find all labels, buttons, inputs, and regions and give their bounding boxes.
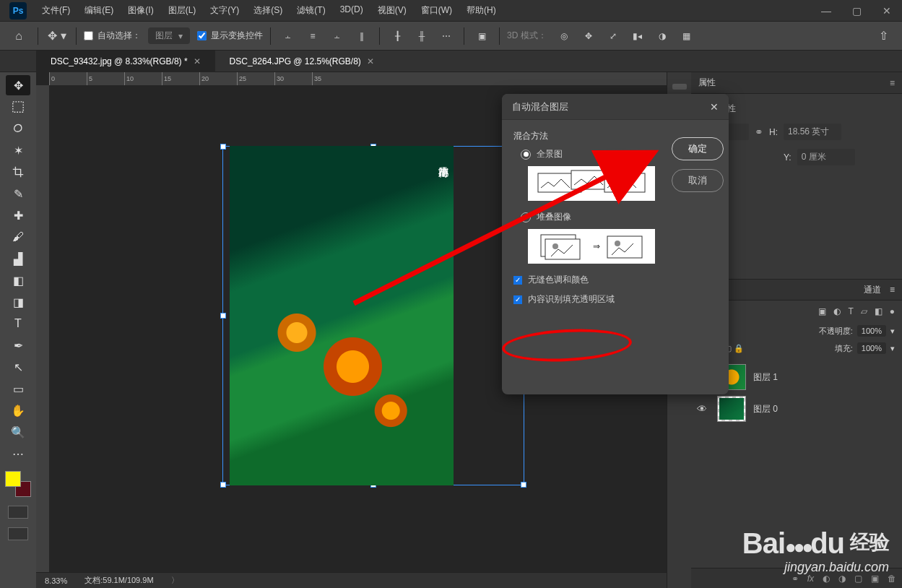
minimize-button[interactable]: — [811,1,841,21]
brush-tool[interactable]: 🖌 [6,227,30,247]
layer-name[interactable]: 图层 0 [753,403,778,415]
menu-window[interactable]: 窗口(W) [415,1,458,20]
screen-mode-toggle[interactable] [8,527,28,540]
dolly-icon[interactable]: ⤢ [603,27,623,46]
move-tool[interactable]: ✥ [6,75,30,95]
move-tool-preset-icon[interactable]: ✥ ▾ [45,25,69,48]
h-field[interactable]: 18.56 英寸 [784,124,841,140]
align-left-button[interactable]: ⫠ [278,27,298,46]
menu-help[interactable]: 帮助(H) [461,1,502,20]
handle-tl[interactable] [220,144,226,150]
menu-view[interactable]: 视图(V) [372,1,412,20]
distribute-more-icon[interactable]: ⋯ [436,27,456,46]
handle-bl[interactable] [220,482,226,488]
handle-ml[interactable] [220,313,226,319]
y-field[interactable]: 0 厘米 [797,149,855,165]
menu-image[interactable]: 图像(I) [122,1,159,20]
distribute-v-button[interactable]: ╫ [412,27,432,46]
align-top-button[interactable]: ‖ [352,27,372,46]
pen-tool[interactable]: ✒ [6,335,30,355]
gradient-tool[interactable]: ◨ [6,292,30,312]
share-icon[interactable]: ⇧ [872,25,895,48]
marquee-tool[interactable] [6,97,30,117]
close-button[interactable]: ✕ [872,1,902,21]
panel-menu-icon[interactable]: ≡ [890,78,895,88]
lasso-tool[interactable] [6,118,30,139]
properties-tab[interactable]: 属性 [698,77,716,89]
wm-brand1: Bai [742,527,785,559]
menu-file[interactable]: 文件(F) [36,1,76,20]
layer-row[interactable]: 👁 图层 0 [691,393,902,425]
light-icon[interactable]: ◑ [652,27,672,46]
eraser-tool[interactable]: ◧ [6,270,30,290]
link-icon[interactable]: ⚭ [755,126,763,138]
fill-value[interactable]: 100% [857,342,886,354]
filter-type-icon[interactable]: T [848,306,853,316]
foreground-swatch[interactable] [5,471,21,487]
checkbox-seamless[interactable]: 无缝色调和颜色 [513,274,717,286]
radio-stack[interactable]: 堆叠图像 [521,211,717,223]
filter-smart-icon[interactable]: ◧ [875,306,883,316]
auto-select-checkbox[interactable]: 自动选择： [84,30,141,42]
menu-type[interactable]: 文字(Y) [204,1,245,20]
filter-toggle[interactable]: ● [890,306,895,316]
align-right-button[interactable]: ⫠ [327,27,347,46]
maximize-button[interactable]: ▢ [841,1,872,21]
pan-icon[interactable]: ✥ [578,27,599,46]
auto-select-dropdown[interactable]: 图层▾ [148,27,190,44]
handle-br[interactable] [521,482,526,488]
menu-select[interactable]: 选择(S) [248,1,288,20]
magic-wand-tool[interactable]: ✶ [6,140,30,160]
document-tab-1[interactable]: DSC_93432.jpg @ 8.33%(RGB/8) * ✕ [36,51,215,72]
separator [499,27,500,45]
healing-tool[interactable]: ✚ [6,205,30,225]
zoom-tool[interactable]: 🔍 [6,422,30,442]
stamp-tool[interactable]: ▟ [6,248,30,269]
home-icon[interactable]: ⌂ [7,25,30,48]
filter-adjust-icon[interactable]: ◐ [833,306,841,316]
menu-layer[interactable]: 图层(L) [162,1,202,20]
grid-icon[interactable]: ▦ [677,27,697,46]
close-tab-icon[interactable]: ✕ [194,56,201,66]
quick-mask-toggle[interactable] [8,506,28,519]
opacity-value[interactable]: 100% [857,325,886,337]
dialog-titlebar[interactable]: 自动混合图层 ✕ [502,94,729,120]
ribbon-grip[interactable] [672,84,687,90]
hand-tool[interactable]: ✋ [6,400,30,420]
checkbox-content-aware[interactable]: 内容识别填充透明区域 [513,293,717,306]
dialog-close-button[interactable]: ✕ [710,101,719,113]
svg-rect-5 [545,239,580,259]
menu-edit[interactable]: 编辑(E) [79,1,119,20]
rectangle-tool[interactable]: ▭ [6,379,30,399]
more-tools[interactable]: ⋯ [6,444,30,464]
cancel-button[interactable]: 取消 [672,169,724,192]
checkbox-label: 无缝色调和颜色 [528,274,589,286]
filter-image-icon[interactable]: ▣ [818,306,826,316]
layer-name[interactable]: 图层 1 [753,371,778,384]
menu-filter[interactable]: 滤镜(T) [291,1,331,20]
status-more-icon[interactable]: 〉 [171,575,179,586]
camera-icon[interactable]: ▮◂ [628,27,648,46]
color-swatches[interactable] [5,471,31,497]
ok-button[interactable]: 确定 [672,137,724,160]
panel-menu-icon[interactable]: ≡ [890,285,895,295]
close-tab-icon[interactable]: ✕ [367,56,374,66]
align-center-button[interactable]: ≡ [303,27,323,46]
distribute-h-button[interactable]: ╂ [387,27,407,46]
filter-shape-icon[interactable]: ▱ [861,306,867,316]
path-select-tool[interactable]: ↖ [6,357,30,377]
visibility-toggle[interactable]: 👁 [697,403,710,415]
type-tool[interactable]: T [6,314,30,334]
eyedropper-tool[interactable]: ✎ [6,183,30,204]
layer-thumbnail[interactable] [717,396,746,422]
orbit-icon[interactable]: ◎ [554,27,574,46]
overlap-icon[interactable]: ▣ [472,27,492,46]
menu-3d[interactable]: 3D(D) [334,1,369,20]
zoom-level[interactable]: 8.33% [45,576,67,585]
crop-tool[interactable] [6,162,30,182]
window-controls: — ▢ ✕ [811,1,902,21]
document-tab-2[interactable]: DSC_8264.JPG @ 12.5%(RGB/8) ✕ [215,51,389,72]
channels-tab[interactable]: 通道 [864,284,881,296]
stack-preview: ⇒ [528,229,655,264]
show-transform-checkbox[interactable]: 显示变换控件 [197,30,263,42]
